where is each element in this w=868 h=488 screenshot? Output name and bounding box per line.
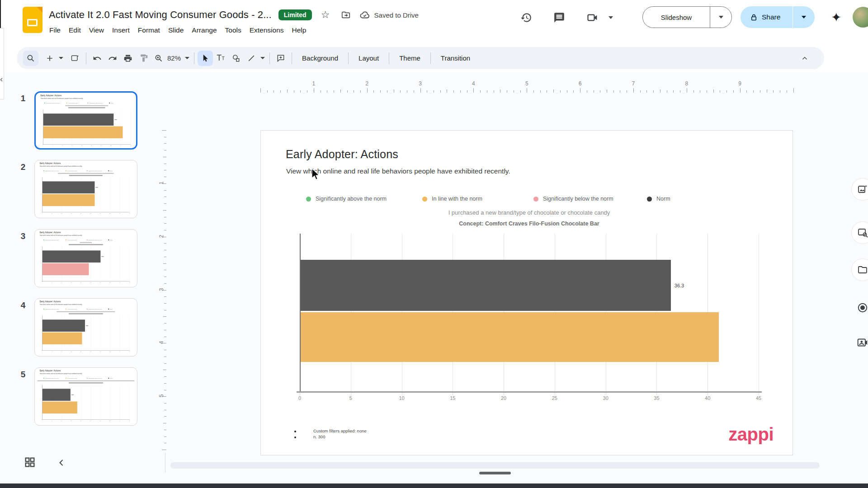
ruler-number: 2 [365, 80, 368, 87]
y-axis-line [300, 234, 301, 393]
ruler-number: 3 [159, 288, 165, 291]
collapse-filmstrip-icon[interactable] [56, 457, 67, 468]
search-menus-icon[interactable] [23, 51, 38, 66]
slide-thumbnail-3[interactable]: Early Adopter: ActionsView which online … [34, 229, 137, 287]
share-button[interactable]: Share [741, 6, 815, 28]
account-avatar[interactable] [853, 7, 868, 28]
horizontal-scrollbar-thumb[interactable] [479, 472, 511, 474]
vertical-ruler: 12345 [156, 130, 166, 451]
x-tick-label: 25 [546, 395, 564, 401]
slide-number: 4 [16, 300, 30, 310]
background-button[interactable]: Background [295, 51, 345, 66]
slide-template-icon[interactable] [67, 51, 83, 66]
select-tool-icon[interactable] [198, 51, 213, 66]
legend-item: In line with the norm [422, 196, 482, 202]
layout-button[interactable]: Layout [352, 51, 386, 66]
horizontal-scrollbar-track[interactable] [170, 462, 820, 469]
new-slide-icon[interactable] [42, 51, 57, 66]
zoom-icon[interactable] [151, 51, 166, 66]
grid-view-icon[interactable] [24, 456, 36, 469]
transition-button[interactable]: Transition [434, 51, 477, 66]
legend-label: Significantly above the norm [316, 196, 387, 202]
slideshow-button[interactable]: Slideshow [642, 6, 732, 28]
x-tick-label: 45 [750, 395, 768, 401]
ruler-number: 5 [159, 394, 165, 398]
ruler-number: 9 [738, 80, 741, 87]
ruler-number: 4 [159, 341, 165, 344]
chart-bar [301, 312, 719, 362]
toolbar-row: 82% TT [0, 42, 868, 72]
ruler-number: 7 [632, 80, 635, 87]
x-tick-label: 40 [698, 395, 717, 401]
legend-item: Norm [647, 196, 670, 202]
x-tick-label: 10 [393, 395, 411, 401]
text-box-icon[interactable]: TT [213, 51, 228, 66]
slide-title[interactable]: Early Adopter: Actions [286, 148, 398, 161]
chart-bar [301, 260, 671, 311]
chart-question: I purchased a new brand/type of chocolat… [300, 209, 759, 216]
slide-number: 1 [16, 94, 30, 103]
legend-dot-icon [422, 197, 427, 202]
horizontal-ruler: 123456789 [260, 80, 797, 93]
ruler-number: 1 [312, 80, 316, 87]
gemini-sparkle-icon[interactable]: ✦ [831, 10, 841, 25]
slide-canvas[interactable]: Early Adopter: Actions View which online… [260, 130, 793, 455]
footnote-filters: Custom filters applied: none [313, 428, 367, 433]
x-axis-line [297, 391, 762, 393]
share-caret-icon[interactable] [793, 16, 815, 19]
window-edge [0, 0, 1, 29]
new-slide-caret-icon[interactable] [57, 51, 65, 66]
x-tick-label: 35 [647, 395, 665, 401]
undo-icon[interactable] [90, 51, 105, 66]
comments-icon[interactable] [552, 11, 566, 24]
version-history-icon[interactable] [519, 11, 533, 24]
legend-item: Significantly above the norm [306, 196, 387, 202]
ruler-number: 8 [685, 80, 688, 87]
slide-number: 2 [16, 162, 30, 172]
bottom-divider [165, 453, 165, 473]
chart-concept: Concept: Comfort Craves Filo-Fusion Choc… [300, 221, 759, 227]
print-icon[interactable] [120, 51, 136, 66]
meet-caret-icon[interactable] [604, 11, 618, 24]
footnote-n: n. 300 [313, 434, 325, 439]
zoom-value[interactable]: 82% [166, 54, 184, 62]
slideshow-caret-icon[interactable] [710, 16, 731, 19]
x-tick-label: 0 [291, 395, 309, 401]
zoom-caret-icon[interactable] [184, 51, 191, 66]
ruler-number: 5 [525, 80, 528, 87]
slide-thumbnail-4[interactable]: Early Adopter: ActionsView which online … [34, 298, 137, 357]
x-tick-label: 20 [495, 395, 513, 401]
slide-thumbnail-preview: Early Adopter: ActionsView which online … [35, 160, 136, 218]
toolbar: 82% TT [17, 47, 824, 69]
redo-icon[interactable] [105, 51, 120, 66]
ruler-number: 4 [472, 80, 475, 87]
collapsed-panel-edge [0, 28, 4, 99]
slide-thumbnail-5[interactable]: Early Adopter: ActionsView which online … [34, 367, 137, 426]
shape-icon[interactable] [228, 51, 244, 66]
line-caret-icon[interactable] [259, 51, 266, 66]
slide-thumbnail-2[interactable]: Early Adopter: ActionsView which online … [34, 160, 137, 218]
insert-comment-icon[interactable] [273, 51, 288, 66]
bar-value-label: 36.3 [675, 283, 684, 288]
legend-label: Norm [656, 196, 670, 202]
bottom-edge-strip [0, 483, 868, 488]
ruler-number: 2 [159, 235, 165, 238]
theme-button[interactable]: Theme [392, 51, 427, 66]
zappi-logo: zappi [728, 424, 774, 445]
paint-format-icon[interactable] [136, 51, 151, 66]
work-area: 123456789 12345 1Early Adopter: ActionsV… [0, 72, 868, 483]
legend-dot-icon [306, 197, 311, 202]
line-tool-icon[interactable] [244, 51, 259, 66]
panel-collapse-chevron-icon[interactable]: ‹ [0, 74, 3, 84]
slide-thumbnail-preview: Early Adopter: ActionsView which online … [35, 230, 136, 287]
slide-thumbnail-preview: Early Adopter: ActionsView which online … [36, 93, 137, 150]
collapse-toolbar-icon[interactable] [797, 51, 812, 66]
slideshow-label: Slideshow [643, 14, 710, 21]
meet-camera-icon[interactable] [586, 11, 599, 24]
footnote-bullet [294, 436, 296, 438]
footnote-bullet [294, 431, 296, 432]
slide-thumbnail-1[interactable]: Early Adopter: ActionsView which online … [34, 91, 137, 150]
app-header: Activate It 2.0 Fast Moving Consumer Goo… [0, 0, 868, 42]
x-tick-label: 5 [342, 395, 360, 401]
x-tick-label: 15 [443, 395, 462, 401]
